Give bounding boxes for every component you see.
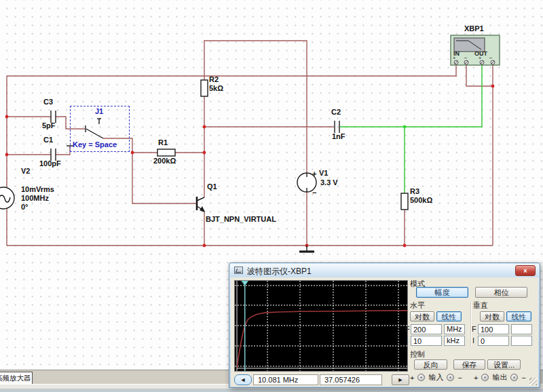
v2-frequency-label[interactable]: 100MHz bbox=[21, 194, 49, 202]
horizontal-log-button[interactable]: 对数 bbox=[410, 311, 434, 321]
horizontal-initial-value-input[interactable] bbox=[411, 336, 442, 346]
v1-ref-label[interactable]: V1 bbox=[319, 169, 328, 177]
vertical-linear-button[interactable]: 线性 bbox=[506, 311, 531, 321]
c1-ref-label[interactable]: C1 bbox=[43, 136, 53, 144]
v2-phase-label[interactable]: 0° bbox=[21, 203, 29, 211]
sheet-tab-label: 高频放大器 bbox=[0, 374, 31, 382]
xbp1-in-plus-mark: + bbox=[453, 55, 456, 61]
r2-ref-label[interactable]: R2 bbox=[209, 75, 219, 83]
input-minus-terminal[interactable] bbox=[447, 374, 454, 381]
ground-symbol[interactable] bbox=[299, 246, 314, 252]
j1-ref-label[interactable]: J1 bbox=[95, 107, 103, 115]
horizontal-final-value-input[interactable] bbox=[411, 324, 442, 334]
r2-value-label[interactable]: 5kΩ bbox=[209, 84, 223, 92]
v2-amplitude-label[interactable]: 10mVrms bbox=[21, 185, 54, 193]
wire-in-minus[interactable] bbox=[466, 64, 493, 86]
horizontal-final-label: F bbox=[405, 325, 410, 333]
r1-value-label[interactable]: 200kΩ bbox=[153, 157, 176, 165]
multisim-workspace: XBP1 IN OUT + − + − C3 5pF C1 100pF V2 1… bbox=[0, 0, 543, 392]
input-terminals: + 输入 − bbox=[410, 372, 462, 383]
xbp1-out-minus-mark: − bbox=[489, 55, 493, 61]
vertical-initial-label: I bbox=[472, 336, 474, 345]
vertical-final-label: F bbox=[472, 325, 476, 333]
output-terminals: + 输出 − bbox=[474, 372, 526, 383]
r3-value-label[interactable]: 500kΩ bbox=[410, 196, 432, 204]
xbp1-ref-label[interactable]: XBP1 bbox=[464, 24, 484, 33]
component-q1-npn-transistor[interactable] bbox=[197, 197, 205, 212]
vertical-log-button[interactable]: 对数 bbox=[480, 311, 504, 321]
save-button[interactable]: 保存 bbox=[453, 359, 485, 370]
output-terminal-label: 输出 bbox=[492, 372, 507, 383]
cursor-handle[interactable] bbox=[242, 281, 248, 286]
vertical-initial-unit bbox=[511, 336, 532, 346]
close-icon: × bbox=[523, 267, 527, 275]
reverse-button[interactable]: 反向 bbox=[414, 359, 447, 370]
horizontal-initial-unit: kHz bbox=[444, 336, 465, 346]
wire-c1-to-switch[interactable] bbox=[56, 146, 70, 155]
cursor-frequency-readout: 10.081 MHz bbox=[253, 374, 318, 385]
r1-ref-label[interactable]: R1 bbox=[158, 138, 168, 146]
wire-c2-output[interactable] bbox=[340, 64, 482, 127]
wires-green[interactable] bbox=[340, 64, 482, 194]
input-plus-mark: + bbox=[410, 374, 414, 382]
cursor-right-button[interactable]: ► bbox=[392, 374, 409, 385]
plot-grid bbox=[235, 281, 407, 371]
c3-value-label[interactable]: 5pF bbox=[42, 121, 56, 130]
wire-vcc[interactable] bbox=[204, 41, 307, 173]
horizontal-linear-button[interactable]: 线性 bbox=[436, 311, 462, 321]
section-divider bbox=[470, 302, 471, 347]
settings-button[interactable]: 设置... bbox=[487, 359, 521, 370]
v2-ref-label[interactable]: V2 bbox=[21, 167, 30, 175]
component-r2[interactable] bbox=[201, 80, 208, 96]
phase-button[interactable]: 相位 bbox=[475, 287, 527, 298]
input-terminal-label: 输入 bbox=[428, 372, 443, 383]
close-button[interactable]: × bbox=[515, 265, 536, 276]
sheet-tab[interactable]: 高频放大器 bbox=[0, 372, 33, 385]
statusbar-strip bbox=[0, 389, 543, 392]
v1-minus-mark: − bbox=[312, 189, 316, 197]
horizontal-section-label: 水平 bbox=[410, 300, 425, 311]
component-c2[interactable] bbox=[335, 121, 339, 133]
j1-key-label[interactable]: Key = Space bbox=[73, 140, 117, 149]
magnitude-button[interactable]: 幅度 bbox=[416, 287, 468, 298]
q1-ref-label[interactable]: Q1 bbox=[207, 182, 217, 191]
vertical-final-value-input[interactable] bbox=[478, 324, 509, 334]
output-plus-terminal[interactable] bbox=[481, 374, 489, 381]
magnitude-curve bbox=[237, 311, 407, 368]
control-section-label: 控制 bbox=[410, 349, 425, 359]
window-title: 波特图示仪-XBP1 bbox=[247, 266, 312, 277]
component-r3[interactable] bbox=[401, 193, 408, 210]
horizontal-initial-label: I bbox=[406, 336, 408, 345]
c2-value-label[interactable]: 1nF bbox=[332, 132, 345, 140]
output-minus-terminal[interactable] bbox=[510, 374, 518, 381]
c1-value-label[interactable]: 100pF bbox=[39, 159, 61, 168]
bode-plot-display[interactable] bbox=[234, 280, 408, 372]
q1-model-label[interactable]: BJT_NPN_VIRTUAL bbox=[206, 215, 276, 223]
component-r1[interactable] bbox=[157, 149, 175, 156]
cursor-readout-bar: ◄ 10.081 MHz 37.057426 ► bbox=[234, 374, 409, 385]
resize-grip[interactable] bbox=[529, 378, 537, 385]
vertical-final-unit bbox=[511, 324, 532, 334]
xbp1-in-minus-mark: − bbox=[464, 55, 468, 61]
v1-plus-mark: + bbox=[312, 170, 316, 178]
arrow-left-icon: ◄ bbox=[240, 376, 246, 383]
bode-plotter-icon bbox=[234, 267, 243, 274]
horizontal-final-unit: MHz bbox=[444, 324, 465, 334]
arrow-right-icon: ► bbox=[398, 376, 404, 383]
cursor-left-button[interactable]: ◄ bbox=[234, 374, 252, 385]
c3-ref-label[interactable]: C3 bbox=[43, 98, 53, 106]
vertical-initial-value-input[interactable] bbox=[478, 336, 509, 346]
v1-value-label[interactable]: 3.3 V bbox=[320, 178, 338, 187]
output-minus-mark: − bbox=[521, 374, 525, 382]
vertical-section-label: 垂直 bbox=[473, 300, 488, 311]
r3-ref-label[interactable]: R3 bbox=[410, 187, 419, 195]
bode-plotter-window: 波特图示仪-XBP1 × bbox=[229, 262, 540, 388]
input-plus-terminal[interactable] bbox=[417, 374, 425, 381]
xbp1-out-plus-mark: + bbox=[479, 55, 482, 61]
output-plus-mark: + bbox=[474, 374, 478, 382]
component-v2-ac-source[interactable] bbox=[0, 187, 14, 209]
c2-ref-label[interactable]: C2 bbox=[331, 108, 341, 116]
input-minus-mark: − bbox=[457, 374, 462, 382]
window-titlebar[interactable]: 波特图示仪-XBP1 × bbox=[230, 264, 539, 277]
wire-in-plus[interactable] bbox=[7, 64, 456, 76]
